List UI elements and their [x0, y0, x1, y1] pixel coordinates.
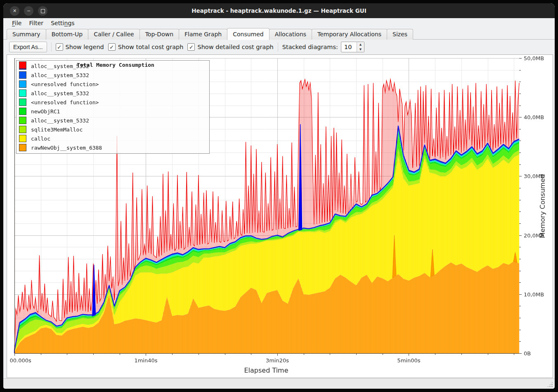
y-tick-label: 10,0MB	[524, 291, 544, 297]
legend-swatch	[19, 108, 26, 115]
legend-item: alloc__system_5332	[17, 89, 209, 98]
title-bar[interactable]: Heaptrack - heaptrack.wakunode.1.gz — He…	[3, 3, 555, 18]
tab-temporary-allocations[interactable]: Temporary Allocations	[312, 29, 387, 40]
status-bar	[3, 378, 555, 389]
checkbox-show-detailed-cost-graph[interactable]: ✓Show detailed cost graph	[187, 43, 273, 51]
y-axis-title: Memory Consumed	[539, 174, 546, 238]
spin-up-icon[interactable]: ▲	[357, 42, 364, 47]
legend-swatch	[19, 71, 26, 79]
checkbox-box[interactable]: ✓	[187, 43, 195, 51]
window-controls: ✕─	[10, 6, 47, 16]
stacked-diagrams-value: 10	[341, 42, 357, 52]
legend-label: Total Memory Consumption	[31, 58, 200, 73]
checkbox-box[interactable]: ✓	[56, 43, 63, 51]
legend-swatch	[19, 61, 26, 69]
stacked-diagrams-stepper[interactable]: 10 ▲ ▼	[341, 42, 364, 52]
x-tick-label: 1min40s	[134, 357, 157, 364]
legend-item: newObjRC1	[17, 107, 209, 116]
x-tick-label: 5min00s	[397, 357, 420, 364]
export-as-button[interactable]: Export As...	[9, 42, 47, 52]
toolbar-separator	[278, 42, 278, 52]
menu-bar: FileFilterSettings	[3, 18, 555, 28]
legend-item: <unresolved function>	[17, 98, 209, 107]
tab-bar: SummaryBottom-UpCaller / CalleeTop-DownF…	[3, 28, 555, 40]
x-tick-label: 3min20s	[266, 357, 289, 364]
legend-swatch	[19, 126, 26, 133]
tab-top-down[interactable]: Top-Down	[140, 29, 179, 40]
legend-item: calloc	[17, 134, 209, 143]
checkbox-label: Show total cost graph	[118, 44, 184, 50]
tab-flame-graph[interactable]: Flame Graph	[179, 29, 227, 40]
legend-item: <unresolved function>	[17, 80, 209, 89]
legend-item: sqlite3MemMalloc	[17, 125, 209, 134]
legend-item: rawNewObj__system_6388	[17, 143, 209, 152]
legend-label: rawNewObj__system_6388	[31, 145, 102, 151]
minimize-button[interactable]: ─	[24, 6, 33, 16]
resize-grip-icon[interactable]	[547, 381, 553, 387]
tab-caller-callee[interactable]: Caller / Callee	[88, 29, 140, 40]
x-axis-title: Elapsed Time	[244, 366, 288, 374]
spin-down-icon[interactable]: ▼	[357, 47, 364, 52]
menu-file[interactable]: File	[8, 19, 25, 27]
menu-filter[interactable]: Filter	[25, 19, 47, 27]
toolbar: Export As... ✓Show legend✓Show total cos…	[3, 40, 555, 54]
window-title: Heaptrack - heaptrack.wakunode.1.gz — He…	[3, 3, 555, 18]
tab-summary[interactable]: Summary	[7, 29, 46, 40]
legend-label: sqlite3MemMalloc	[31, 127, 83, 133]
legend-swatch	[19, 99, 26, 106]
tab-bottom-up[interactable]: Bottom-Up	[46, 29, 89, 40]
legend-label: alloc__system_5332	[31, 72, 89, 78]
legend-title-row: Total Memory Consumption	[17, 61, 209, 70]
legend-label: newObjRC1	[31, 108, 60, 115]
y-tick-label: 0B	[524, 350, 531, 357]
maximize-button[interactable]	[38, 6, 47, 16]
menu-settings[interactable]: Settings	[47, 19, 78, 27]
y-tick-label: 40,0MB	[524, 114, 544, 120]
y-tick-label: 50,0MB	[524, 55, 544, 61]
app-window: Heaptrack - heaptrack.wakunode.1.gz — He…	[3, 3, 555, 389]
tab-sizes[interactable]: Sizes	[387, 29, 413, 40]
legend-item: alloc__system_5332	[17, 116, 209, 125]
checkbox-show-legend[interactable]: ✓Show legend	[56, 43, 104, 51]
legend-swatch	[19, 80, 26, 88]
legend-label: <unresolved function>	[31, 81, 99, 87]
checkbox-label: Show detailed cost graph	[197, 44, 273, 50]
legend-label: <unresolved function>	[31, 99, 99, 106]
x-tick-label: 00.000s	[10, 357, 31, 364]
tab-allocations[interactable]: Allocations	[269, 29, 312, 40]
checkbox-show-total-cost-graph[interactable]: ✓Show total cost graph	[108, 43, 184, 51]
close-button[interactable]: ✕	[10, 6, 19, 16]
legend-swatch	[19, 89, 26, 97]
chart-area: Total Memory Consumptionalloc__system_53…	[7, 54, 553, 378]
legend-swatch	[19, 135, 26, 142]
maximize-icon	[41, 9, 45, 13]
checkbox-label: Show legend	[66, 44, 104, 50]
tab-consumed[interactable]: Consumed	[227, 28, 270, 40]
stacked-diagrams-label: Stacked diagrams:	[282, 44, 338, 50]
toolbar-separator	[51, 42, 52, 52]
legend-label: alloc__system_5332	[31, 90, 89, 96]
legend-swatch	[19, 144, 26, 151]
legend-label: alloc__system_5332	[31, 117, 89, 124]
checkbox-box[interactable]: ✓	[108, 43, 116, 51]
legend-swatch	[19, 117, 26, 124]
chart-legend: Total Memory Consumptionalloc__system_53…	[16, 60, 210, 154]
legend-label: calloc	[31, 136, 50, 142]
